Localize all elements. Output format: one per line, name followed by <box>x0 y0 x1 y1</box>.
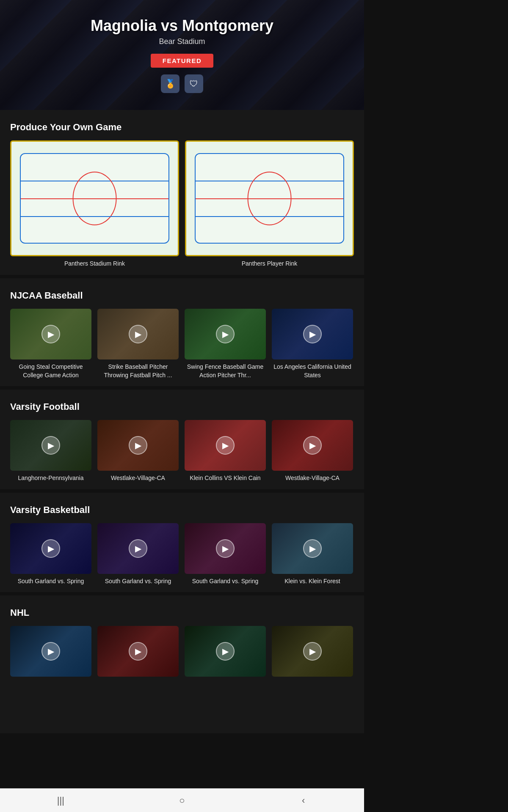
bb3-label: Swing Fence Baseball Game Action Pitcher… <box>185 363 266 379</box>
card-bk1[interactable]: ▶ South Garland vs. Spring <box>10 523 91 586</box>
bk3-play-btn[interactable]: ▶ <box>216 539 235 558</box>
card-bb3[interactable]: ▶ Swing Fence Baseball Game Action Pitch… <box>185 309 266 379</box>
rink1-label: Panthers Stadium Rink <box>10 260 179 268</box>
card-bk2[interactable]: ▶ South Garland vs. Spring <box>97 523 179 586</box>
fb1-label: Langhorne-Pennsylvania <box>10 474 91 483</box>
bk1-thumb: ▶ <box>10 523 91 574</box>
bb4-thumb: ▶ <box>272 309 353 359</box>
fb4-thumb: ▶ <box>272 420 353 471</box>
njcaa-cards-row: ▶ Going Steal Competitive College Game A… <box>10 309 354 379</box>
card-bb4[interactable]: ▶ Los Angeles California United States <box>272 309 353 379</box>
hero-subtitle: Bear Stadium <box>91 37 273 46</box>
card-rink1[interactable]: Panthers Stadium Rink <box>10 140 179 268</box>
card-rink2[interactable]: Panthers Player Rink <box>185 140 354 268</box>
bk3-thumb: ▶ <box>185 523 266 574</box>
fb2-label: Westlake-Village-CA <box>97 474 179 483</box>
card-bb2[interactable]: ▶ Strike Baseball Pitcher Throwing Fastb… <box>97 309 179 379</box>
produce-cards-row: Panthers Stadium Rink Panthers Player Ri… <box>10 140 354 268</box>
nhl1-play-btn[interactable]: ▶ <box>41 642 60 661</box>
featured-badge: FEATURED <box>151 54 214 68</box>
bk3-label: South Garland vs. Spring <box>185 577 266 586</box>
rink2-label: Panthers Player Rink <box>185 260 354 268</box>
bb3-thumb: ▶ <box>185 309 266 359</box>
nhl4-play-btn[interactable]: ▶ <box>303 642 322 661</box>
bk1-play-btn[interactable]: ▶ <box>41 539 60 558</box>
card-fb4[interactable]: ▶ Westlake-Village-CA <box>272 420 353 483</box>
section-njcaa-title: NJCAA Baseball <box>10 290 354 301</box>
nhl2-play-btn[interactable]: ▶ <box>129 642 147 661</box>
divider-4 <box>0 592 364 595</box>
nhl3-thumb: ▶ <box>185 626 266 677</box>
vb-cards-row: ▶ South Garland vs. Spring ▶ South Garla… <box>10 523 354 586</box>
card-nhl1[interactable]: ▶ <box>10 626 91 680</box>
bb2-label: Strike Baseball Pitcher Throwing Fastbal… <box>97 363 179 379</box>
rink2-blue-line2 <box>196 216 344 217</box>
card-bk4[interactable]: ▶ Klein vs. Klein Forest <box>272 523 353 586</box>
rink1-thumb <box>10 140 179 256</box>
card-fb1[interactable]: ▶ Langhorne-Pennsylvania <box>10 420 91 483</box>
bk4-thumb: ▶ <box>272 523 353 574</box>
fb4-label: Westlake-Village-CA <box>272 474 353 483</box>
bottom-nav: ||| ○ ‹ <box>0 788 364 812</box>
bb4-play-btn[interactable]: ▶ <box>303 325 322 343</box>
hero-section: Magnolia vs Montgomery Bear Stadium FEAT… <box>0 0 364 110</box>
rink1-blue-line2 <box>21 216 169 217</box>
rink1-center-circle <box>72 172 117 225</box>
fb1-thumb: ▶ <box>10 420 91 471</box>
shield-icon-btn[interactable]: 🛡 <box>185 74 203 93</box>
bb2-play-btn[interactable]: ▶ <box>129 325 147 343</box>
card-fb2[interactable]: ▶ Westlake-Village-CA <box>97 420 179 483</box>
bb1-play-btn[interactable]: ▶ <box>41 325 60 343</box>
section-varsity-football: Varsity Football ▶ Langhorne-Pennsylvani… <box>0 390 364 489</box>
divider-1 <box>0 275 364 278</box>
bb2-thumb: ▶ <box>97 309 179 359</box>
hero-title: Magnolia vs Montgomery <box>91 17 273 35</box>
rink2-inner <box>195 153 345 244</box>
vf-cards-row: ▶ Langhorne-Pennsylvania ▶ Westlake-Vill… <box>10 420 354 483</box>
nav-back-btn[interactable]: ‹ <box>291 791 316 810</box>
divider-3 <box>0 489 364 493</box>
rink1-inner <box>20 153 170 244</box>
card-nhl4[interactable]: ▶ <box>272 626 353 680</box>
bk4-play-btn[interactable]: ▶ <box>303 539 322 558</box>
fb3-thumb: ▶ <box>185 420 266 471</box>
bb4-label: Los Angeles California United States <box>272 363 353 379</box>
nhl1-thumb: ▶ <box>10 626 91 677</box>
bk2-label: South Garland vs. Spring <box>97 577 179 586</box>
rink2-thumb <box>185 140 354 256</box>
bb3-play-btn[interactable]: ▶ <box>216 325 235 343</box>
bk4-label: Klein vs. Klein Forest <box>272 577 353 586</box>
nav-home-btn[interactable]: ○ <box>169 791 195 810</box>
card-nhl2[interactable]: ▶ <box>97 626 179 680</box>
card-bb1[interactable]: ▶ Going Steal Competitive College Game A… <box>10 309 91 379</box>
nhl2-thumb: ▶ <box>97 626 179 677</box>
bb1-thumb: ▶ <box>10 309 91 359</box>
award-icon-btn[interactable]: 🏅 <box>161 74 179 93</box>
nav-menu-btn[interactable]: ||| <box>48 791 73 810</box>
nhl-cards-row: ▶ ▶ ▶ ▶ <box>10 626 354 680</box>
card-nhl3[interactable]: ▶ <box>185 626 266 680</box>
rink2-center-circle <box>247 172 292 225</box>
divider-2 <box>0 386 364 390</box>
bb1-label: Going Steal Competitive College Game Act… <box>10 363 91 379</box>
bk2-play-btn[interactable]: ▶ <box>129 539 147 558</box>
main-content: Produce Your Own Game Panthers Stadium R… <box>0 110 364 733</box>
nhl3-play-btn[interactable]: ▶ <box>216 642 235 661</box>
section-vb-title: Varsity Basketball <box>10 505 354 516</box>
fb4-play-btn[interactable]: ▶ <box>303 436 322 455</box>
section-produce: Produce Your Own Game Panthers Stadium R… <box>0 110 364 275</box>
fb2-thumb: ▶ <box>97 420 179 471</box>
section-varsity-basketball: Varsity Basketball ▶ South Garland vs. S… <box>0 493 364 593</box>
hero-content: Magnolia vs Montgomery Bear Stadium FEAT… <box>91 17 273 93</box>
bk1-label: South Garland vs. Spring <box>10 577 91 586</box>
bk2-thumb: ▶ <box>97 523 179 574</box>
fb3-play-btn[interactable]: ▶ <box>216 436 235 455</box>
hero-icons: 🏅 🛡 <box>91 74 273 93</box>
fb2-play-btn[interactable]: ▶ <box>129 436 147 455</box>
fb3-label: Klein Collins VS Klein Cain <box>185 474 266 483</box>
card-fb3[interactable]: ▶ Klein Collins VS Klein Cain <box>185 420 266 483</box>
card-bk3[interactable]: ▶ South Garland vs. Spring <box>185 523 266 586</box>
fb1-play-btn[interactable]: ▶ <box>41 436 60 455</box>
section-vf-title: Varsity Football <box>10 401 354 412</box>
nhl4-thumb: ▶ <box>272 626 353 677</box>
